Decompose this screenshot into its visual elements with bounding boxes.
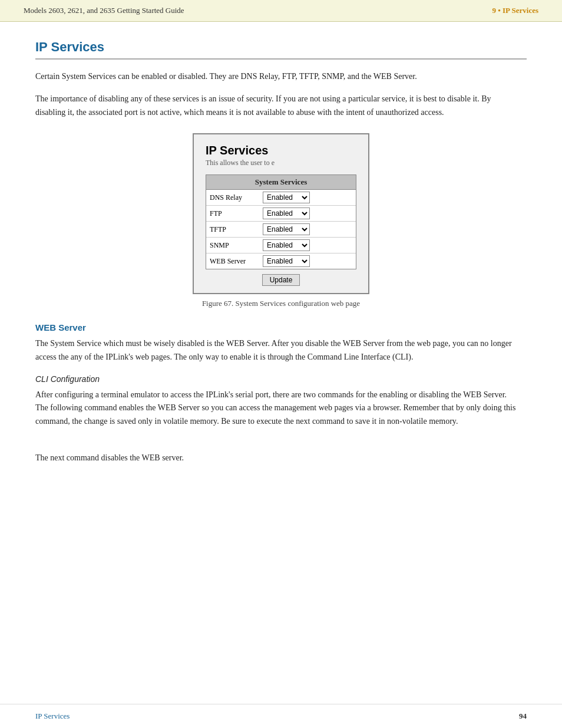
service-select[interactable]: EnabledDisabled — [263, 223, 310, 235]
figure-caption: Figure 67. System Services configuration… — [35, 299, 527, 308]
header-right-text: 9 • IP Services — [492, 6, 538, 15]
service-name: WEB Server — [210, 257, 263, 266]
web-ui-mockup: IP Services This allows the user to e Sy… — [193, 133, 369, 294]
page-title: IP Services — [35, 39, 527, 55]
web-ui-subtitle: This allows the user to e — [206, 159, 356, 167]
service-select[interactable]: EnabledDisabled — [263, 207, 310, 219]
service-name: SNMP — [210, 241, 263, 250]
next-command-text: The next command disables the WEB server… — [35, 452, 518, 465]
update-button[interactable]: Update — [262, 274, 300, 286]
service-name: FTP — [210, 209, 263, 218]
main-content: IP Services Certain System Services can … — [0, 22, 562, 498]
service-row: FTPEnabledDisabled — [206, 206, 356, 222]
system-services-table: System Services DNS RelayEnabledDisabled… — [206, 174, 356, 269]
web-server-body: The System Service which must be wisely … — [35, 337, 518, 364]
service-row: SNMPEnabledDisabled — [206, 238, 356, 253]
intro-paragraph-1: Certain System Services can be enabled o… — [35, 70, 518, 83]
web-ui-title: IP Services — [206, 144, 356, 157]
service-row: TFTPEnabledDisabled — [206, 222, 356, 238]
title-divider — [35, 58, 527, 60]
cli-section-title: CLI Configuration — [35, 374, 527, 384]
footer: IP Services 94 — [0, 704, 562, 728]
update-btn-row: Update — [206, 274, 356, 286]
footer-left: IP Services — [35, 711, 70, 721]
service-name: DNS Relay — [210, 193, 263, 202]
footer-right: 94 — [519, 711, 527, 721]
service-select[interactable]: EnabledDisabled — [263, 255, 310, 267]
web-server-section-title: WEB Server — [35, 322, 527, 332]
service-row: WEB ServerEnabledDisabled — [206, 253, 356, 269]
system-services-header: System Services — [206, 175, 356, 190]
service-row: DNS RelayEnabledDisabled — [206, 190, 356, 206]
intro-paragraph-2: The importance of disabling any of these… — [35, 93, 518, 119]
header-left-text: Models 2603, 2621, and 2635 Getting Star… — [24, 6, 184, 15]
header-bar: Models 2603, 2621, and 2635 Getting Star… — [0, 0, 562, 22]
service-name: TFTP — [210, 225, 263, 234]
service-select[interactable]: EnabledDisabled — [263, 192, 310, 203]
cli-section-body: After configuring a terminal emulator to… — [35, 388, 518, 428]
figure-container: IP Services This allows the user to e Sy… — [35, 133, 527, 308]
service-select[interactable]: EnabledDisabled — [263, 239, 310, 251]
